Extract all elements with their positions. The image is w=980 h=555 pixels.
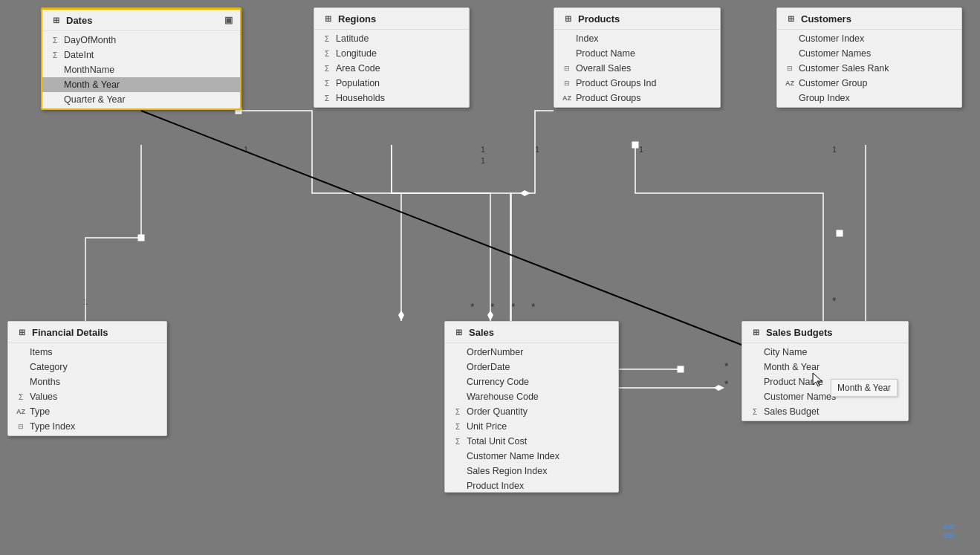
svg-rect-19 xyxy=(632,142,638,148)
field-total-unit-cost[interactable]: Σ Total Unit Cost xyxy=(445,434,618,449)
field-customer-index[interactable]: Customer Index xyxy=(777,31,961,46)
field-group-index[interactable]: Group Index xyxy=(777,91,961,106)
field-month-year[interactable]: Month & Year xyxy=(42,77,240,92)
field-dateint[interactable]: Σ DateInt xyxy=(42,48,240,62)
field-product-groups[interactable]: AZ Product Groups xyxy=(554,91,720,106)
field-warehouse-code[interactable]: Warehouse Code xyxy=(445,389,618,404)
customers-table[interactable]: ⊞ Customers Customer Index Customer Name… xyxy=(776,7,962,108)
field-customer-names[interactable]: Customer Names xyxy=(777,46,961,61)
table-header-icon: ⊞ xyxy=(785,13,796,25)
financial-table-body: Items Category Months Σ Values AZ Type ⊟… xyxy=(8,343,166,435)
regions-table[interactable]: ⊞ Regions Σ Latitude Σ Longitude Σ Area … xyxy=(314,7,470,108)
table-header-icon: ⊞ xyxy=(322,13,334,25)
field-label: Product Groups Ind xyxy=(576,78,656,88)
field-label: Customer Name Index xyxy=(467,451,559,461)
products-table[interactable]: ⊞ Products Index Product Name ⊟ Overall … xyxy=(554,7,721,108)
field-month-year[interactable]: Month & Year xyxy=(742,360,908,374)
sigma-icon: Σ xyxy=(322,65,332,73)
field-order-quantity[interactable]: Σ Order Quantity xyxy=(445,404,618,419)
table-header-icon: ⊞ xyxy=(452,326,464,338)
field-currency-code[interactable]: Currency Code xyxy=(445,374,618,389)
svg-text:*: * xyxy=(531,301,536,313)
svg-text:1: 1 xyxy=(639,145,643,154)
salesbudgets-table-header: ⊞ Sales Budgets xyxy=(742,322,908,343)
products-table-header: ⊞ Products xyxy=(554,8,720,30)
field-label: Order Quantity xyxy=(467,406,528,417)
svg-text:1: 1 xyxy=(244,145,248,154)
field-label: Sales Budget xyxy=(764,406,819,417)
field-type-index[interactable]: ⊟ Type Index xyxy=(8,419,166,434)
field-sales-budget[interactable]: Σ Sales Budget xyxy=(742,404,908,419)
field-latitude[interactable]: Σ Latitude xyxy=(314,31,469,46)
field-order-number[interactable]: OrderNumber xyxy=(445,345,618,360)
field-label: Total Unit Cost xyxy=(467,436,527,447)
field-unit-price[interactable]: Σ Unit Price xyxy=(445,419,618,434)
field-order-date[interactable]: OrderDate xyxy=(445,360,618,374)
field-population[interactable]: Σ Population xyxy=(314,76,469,91)
field-label: Warehouse Code xyxy=(467,392,539,402)
field-sales-region-index[interactable]: Sales Region Index xyxy=(445,464,618,478)
svg-text:*: * xyxy=(724,360,729,372)
field-customer-sales-rank[interactable]: ⊟ Customer Sales Rank xyxy=(777,61,961,76)
field-label: OrderDate xyxy=(467,362,510,372)
table-header-icon: ⊞ xyxy=(16,326,27,338)
field-category[interactable]: Category xyxy=(8,360,166,374)
field-longitude[interactable]: Σ Longitude xyxy=(314,46,469,61)
field-areacode[interactable]: Σ Area Code xyxy=(314,61,469,76)
field-monthname[interactable]: MonthName xyxy=(42,62,240,77)
sigma-icon: Σ xyxy=(16,393,26,401)
table-field-icon: ⊟ xyxy=(16,423,26,430)
field-overall-sales[interactable]: ⊟ Overall Sales xyxy=(554,61,720,76)
field-index[interactable]: Index xyxy=(554,31,720,46)
sigma-icon: Σ xyxy=(322,50,332,58)
field-label: Group Index xyxy=(799,93,850,103)
svg-text:1: 1 xyxy=(832,145,837,154)
field-product-name[interactable]: Product Name xyxy=(554,46,720,61)
field-label: Area Code xyxy=(336,63,380,74)
field-households[interactable]: Σ Households xyxy=(314,91,469,106)
field-product-name[interactable]: Product Name xyxy=(742,374,908,389)
table-header-icon: ⊞ xyxy=(562,13,574,25)
field-months[interactable]: Months xyxy=(8,374,166,389)
field-values[interactable]: Σ Values xyxy=(8,389,166,404)
field-label: Longitude xyxy=(336,48,377,59)
field-items[interactable]: Items xyxy=(8,345,166,360)
dates-table-collapse-icon[interactable]: ▣ xyxy=(224,15,233,25)
field-label: Product Groups xyxy=(576,93,641,103)
svg-marker-23 xyxy=(714,385,724,391)
field-label: Type xyxy=(30,406,50,417)
field-product-index[interactable]: Product Index xyxy=(445,478,618,492)
field-label: Unit Price xyxy=(467,421,507,432)
sigma-icon: Σ xyxy=(452,408,463,416)
svg-text:*: * xyxy=(490,301,495,313)
sales-table[interactable]: ⊞ Sales OrderNumber OrderDate Currency C… xyxy=(444,321,619,493)
field-customer-name-index[interactable]: Customer Name Index xyxy=(445,449,618,464)
field-label: Latitude xyxy=(336,33,369,44)
field-label: Customer Sales Rank xyxy=(799,63,889,74)
field-label: Customer Names xyxy=(799,48,871,59)
field-customer-group[interactable]: AZ Customer Group xyxy=(777,76,961,91)
financial-details-table[interactable]: ⊞ Financial Details Items Category Month… xyxy=(7,321,167,436)
svg-text:⊞⊞: ⊞⊞ xyxy=(943,522,955,530)
sales-budgets-table[interactable]: ⊞ Sales Budgets City Name Month & Year P… xyxy=(742,321,909,421)
svg-text:*: * xyxy=(470,301,475,313)
svg-text:⊞⊞: ⊞⊞ xyxy=(943,531,955,539)
svg-marker-18 xyxy=(520,190,530,196)
customers-table-header: ⊞ Customers xyxy=(777,8,961,30)
sigma-icon: Σ xyxy=(750,408,760,416)
field-type[interactable]: AZ Type xyxy=(8,404,166,419)
field-city-name[interactable]: City Name xyxy=(742,345,908,360)
field-dayofmonth[interactable]: Σ DayOfMonth xyxy=(42,33,240,48)
field-label: DayOfMonth xyxy=(64,35,116,45)
dates-table-header: ⊞ Dates ▣ xyxy=(42,10,240,31)
table-field-icon: ⊟ xyxy=(562,65,572,72)
field-label: Index xyxy=(576,33,599,44)
field-product-groups-ind[interactable]: ⊟ Product Groups Ind xyxy=(554,76,720,91)
svg-rect-20 xyxy=(837,230,843,236)
field-quarter-year[interactable]: Quarter & Year xyxy=(42,92,240,107)
field-customer-names[interactable]: Customer Names xyxy=(742,389,908,404)
salesbudgets-table-body: City Name Month & Year Product Name Cust… xyxy=(742,343,908,421)
dates-table[interactable]: ⊞ Dates ▣ Σ DayOfMonth Σ DateInt MonthNa… xyxy=(41,7,241,110)
table-header-icon: ⊞ xyxy=(50,14,62,26)
field-label: Product Name xyxy=(764,377,823,387)
